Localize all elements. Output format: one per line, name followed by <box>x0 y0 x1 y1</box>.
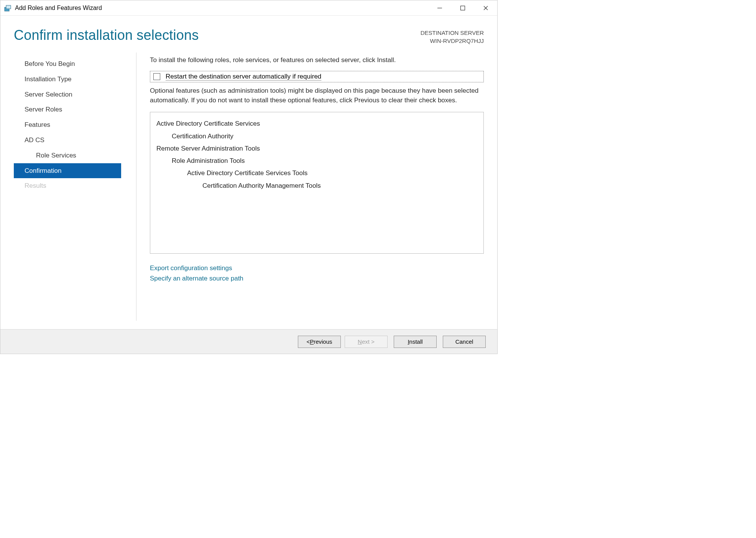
svg-rect-1 <box>6 5 11 9</box>
destination-server-label: DESTINATION SERVER <box>421 29 484 37</box>
instruction-text: To install the following roles, role ser… <box>150 56 484 64</box>
selections-listbox[interactable]: Active Directory Certificate ServicesCer… <box>150 112 484 254</box>
destination-server-block: DESTINATION SERVER WIN-RVDP2RQ7HJJ <box>421 27 484 45</box>
nav-item-server-selection[interactable]: Server Selection <box>14 87 121 102</box>
previous-button[interactable]: < Previous <box>298 336 341 348</box>
selection-item[interactable]: Active Directory Certificate Services <box>156 118 477 130</box>
svg-rect-3 <box>461 6 465 10</box>
window-title: Add Roles and Features Wizard <box>15 5 428 11</box>
install-button[interactable]: Install <box>394 336 437 348</box>
nav-item-role-services[interactable]: Role Services <box>14 148 121 163</box>
cancel-button[interactable]: Cancel <box>443 336 486 348</box>
restart-checkbox-row[interactable]: Restart the destination server automatic… <box>150 71 484 82</box>
destination-server-name: WIN-RVDP2RQ7HJJ <box>421 37 484 45</box>
restart-checkbox-label: Restart the destination server automatic… <box>166 73 321 80</box>
selection-item[interactable]: Remote Server Administration Tools <box>156 143 477 155</box>
selection-item[interactable]: Certification Authority Management Tools <box>156 180 477 192</box>
selection-item[interactable]: Active Directory Certificate Services To… <box>156 167 477 179</box>
wizard-window: Add Roles and Features Wizard Confirm in… <box>0 0 497 354</box>
export-settings-link[interactable]: Export configuration settings <box>150 263 484 273</box>
page-title: Confirm installation selections <box>14 27 199 43</box>
nav-item-features[interactable]: Features <box>14 117 121 133</box>
nav-item-confirmation[interactable]: Confirmation <box>14 163 121 179</box>
minimize-button[interactable] <box>428 0 451 16</box>
optional-features-text: Optional features (such as administratio… <box>150 86 484 105</box>
close-button[interactable] <box>474 0 497 16</box>
alternate-source-link[interactable]: Specify an alternate source path <box>150 273 484 284</box>
selection-item[interactable]: Certification Authority <box>156 130 477 143</box>
titlebar: Add Roles and Features Wizard <box>0 0 497 16</box>
app-icon <box>4 4 12 12</box>
nav-item-ad-cs[interactable]: AD CS <box>14 133 121 148</box>
sidebar: Before You BeginInstallation TypeServer … <box>14 52 136 321</box>
next-button: Next > <box>345 336 388 348</box>
footer: < Previous Next > Install Cancel <box>0 329 497 354</box>
nav-item-installation-type[interactable]: Installation Type <box>14 72 121 87</box>
links-block: Export configuration settings Specify an… <box>150 263 484 284</box>
restart-checkbox[interactable] <box>153 73 160 80</box>
header: Confirm installation selections DESTINAT… <box>0 16 497 52</box>
nav-item-results: Results <box>14 178 121 194</box>
body: Before You BeginInstallation TypeServer … <box>0 52 497 321</box>
main-panel: To install the following roles, role ser… <box>136 52 497 321</box>
nav-item-server-roles[interactable]: Server Roles <box>14 102 121 117</box>
maximize-button[interactable] <box>451 0 474 16</box>
nav-item-before-you-begin[interactable]: Before You Begin <box>14 56 121 72</box>
selection-item[interactable]: Role Administration Tools <box>156 155 477 167</box>
